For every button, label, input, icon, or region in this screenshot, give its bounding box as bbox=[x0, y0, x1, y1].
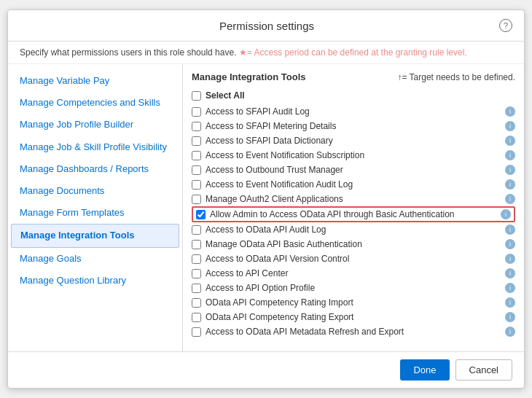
sfapi-dictionary-label: Access to SFAPI Data Dictionary bbox=[206, 136, 502, 146]
odata-basic-auth-manage-label: Manage OData API Basic Authentication bbox=[206, 239, 502, 249]
permission-item-odata-version-control: Access to OData API Version Control i bbox=[192, 251, 515, 266]
event-notification-audit-label: Access to Event Notification Audit Log bbox=[206, 179, 502, 190]
modal-header: Permission settings ? bbox=[8, 10, 524, 42]
target-note: ↑= Target needs to be defined. bbox=[397, 72, 515, 82]
oauth2-client-label: Manage OAuth2 Client Applications bbox=[206, 194, 502, 204]
sfapi-audit-log-checkbox[interactable] bbox=[192, 107, 201, 117]
event-notification-sub-info-icon[interactable]: i bbox=[505, 150, 515, 160]
odata-metadata-refresh-label: Access to OData API Metadata Refresh and… bbox=[206, 327, 502, 337]
content-area: Manage Variable Pay Manage Competencies … bbox=[8, 64, 524, 351]
permission-item-event-notification-sub: Access to Event Notification Subscriptio… bbox=[192, 148, 515, 163]
sidebar-item-integration-tools[interactable]: Manage Integration Tools bbox=[11, 224, 179, 247]
sidebar-item-question-library[interactable]: Manage Question Library bbox=[8, 270, 182, 292]
sfapi-metering-info-icon[interactable]: i bbox=[505, 121, 515, 131]
permission-list: Select All Access to SFAPI Audit Log i A… bbox=[192, 88, 515, 339]
odata-version-control-label: Access to OData API Version Control bbox=[206, 254, 502, 264]
odata-basic-auth-admin-checkbox[interactable] bbox=[196, 210, 206, 219]
permission-item-event-notification-audit: Access to Event Notification Audit Log i bbox=[192, 177, 515, 192]
odata-basic-auth-admin-label: Allow Admin to Access OData API through … bbox=[210, 209, 498, 219]
modal-title: Permission settings bbox=[34, 20, 499, 32]
select-all-checkbox[interactable] bbox=[192, 91, 201, 101]
sfapi-dictionary-checkbox[interactable] bbox=[192, 136, 201, 146]
odata-competency-export-info-icon[interactable]: i bbox=[505, 312, 515, 322]
sfapi-audit-log-info-icon[interactable]: i bbox=[505, 106, 515, 117]
odata-competency-import-info-icon[interactable]: i bbox=[505, 297, 515, 308]
sfapi-metering-label: Access to SFAPI Metering Details bbox=[206, 121, 502, 131]
sfapi-metering-checkbox[interactable] bbox=[192, 122, 201, 131]
sidebar-item-dashboards[interactable]: Manage Dashboards / Reports bbox=[8, 158, 182, 180]
sidebar-item-form-templates[interactable]: Manage Form Templates bbox=[8, 202, 182, 224]
api-option-profile-label: Access to API Option Profile bbox=[206, 283, 502, 293]
permission-item-sfapi-dictionary: Access to SFAPI Data Dictionary i bbox=[192, 133, 515, 148]
sidebar-item-documents[interactable]: Manage Documents bbox=[8, 180, 182, 202]
api-option-profile-info-icon[interactable]: i bbox=[505, 283, 515, 293]
api-center-info-icon[interactable]: i bbox=[505, 268, 515, 278]
outbound-trust-checkbox[interactable] bbox=[192, 165, 201, 175]
odata-version-control-checkbox[interactable] bbox=[192, 254, 201, 264]
permission-item-select-all: Select All bbox=[192, 88, 515, 103]
info-bar: Specify what permissions users in this r… bbox=[8, 42, 524, 64]
done-button[interactable]: Done bbox=[400, 359, 449, 381]
right-panel: Manage Integration Tools ↑= Target needs… bbox=[183, 64, 524, 351]
sfapi-dictionary-info-icon[interactable]: i bbox=[505, 136, 515, 146]
select-all-label: Select All bbox=[206, 90, 515, 101]
odata-basic-auth-manage-info-icon[interactable]: i bbox=[505, 239, 515, 249]
sidebar-item-job-skill[interactable]: Manage Job & Skill Profile Visibility bbox=[8, 136, 182, 158]
api-center-checkbox[interactable] bbox=[192, 269, 201, 278]
outbound-trust-info-icon[interactable]: i bbox=[505, 165, 515, 175]
odata-competency-export-checkbox[interactable] bbox=[192, 313, 201, 322]
permission-item-odata-competency-export: OData API Competency Rating Export i bbox=[192, 310, 515, 324]
api-option-profile-checkbox[interactable] bbox=[192, 284, 201, 293]
star-note: ★= Access period can be defined at the g… bbox=[239, 47, 467, 58]
modal-footer: Done Cancel bbox=[8, 351, 524, 388]
right-panel-header: Manage Integration Tools ↑= Target needs… bbox=[192, 71, 515, 82]
odata-audit-log-info-icon[interactable]: i bbox=[505, 225, 515, 235]
odata-competency-export-label: OData API Competency Rating Export bbox=[206, 312, 502, 322]
odata-metadata-refresh-info-icon[interactable]: i bbox=[505, 327, 515, 337]
permission-item-odata-basic-auth-manage: Manage OData API Basic Authentication i bbox=[192, 237, 515, 251]
api-center-label: Access to API Center bbox=[206, 268, 502, 278]
permission-item-oauth2-client: Manage OAuth2 Client Applications i bbox=[192, 192, 515, 206]
sidebar-item-competencies[interactable]: Manage Competencies and Skills bbox=[8, 92, 182, 114]
permission-item-odata-competency-import: OData API Competency Rating Import i bbox=[192, 295, 515, 310]
sidebar-item-goals[interactable]: Manage Goals bbox=[8, 248, 182, 270]
event-notification-audit-checkbox[interactable] bbox=[192, 180, 201, 190]
oauth2-client-info-icon[interactable]: i bbox=[505, 194, 515, 204]
odata-audit-log-checkbox[interactable] bbox=[192, 225, 201, 235]
event-notification-audit-info-icon[interactable]: i bbox=[505, 179, 515, 190]
permission-item-api-option-profile: Access to API Option Profile i bbox=[192, 281, 515, 295]
permission-item-api-center: Access to API Center i bbox=[192, 266, 515, 281]
outbound-trust-label: Access to Outbound Trust Manager bbox=[206, 165, 502, 175]
oauth2-client-checkbox[interactable] bbox=[192, 195, 201, 204]
event-notification-sub-label: Access to Event Notification Subscriptio… bbox=[206, 150, 502, 160]
odata-version-control-info-icon[interactable]: i bbox=[505, 254, 515, 264]
sfapi-audit-log-label: Access to SFAPI Audit Log bbox=[206, 106, 502, 117]
odata-competency-import-label: OData API Competency Rating Import bbox=[206, 297, 502, 308]
permission-item-sfapi-metering: Access to SFAPI Metering Details i bbox=[192, 119, 515, 133]
sidebar-item-job-profile[interactable]: Manage Job Profile Builder bbox=[8, 114, 182, 136]
right-panel-title: Manage Integration Tools bbox=[192, 71, 306, 82]
odata-metadata-refresh-checkbox[interactable] bbox=[192, 327, 201, 337]
odata-competency-import-checkbox[interactable] bbox=[192, 298, 201, 308]
permission-item-sfapi-audit-log: Access to SFAPI Audit Log i bbox=[192, 104, 515, 119]
permission-settings-modal: Permission settings ? Specify what permi… bbox=[7, 9, 525, 389]
help-icon[interactable]: ? bbox=[499, 19, 512, 32]
odata-basic-auth-manage-checkbox[interactable] bbox=[192, 240, 201, 249]
permission-item-odata-audit-log: Access to OData API Audit Log i bbox=[192, 222, 515, 237]
odata-audit-log-label: Access to OData API Audit Log bbox=[206, 225, 502, 235]
permission-item-odata-basic-auth-admin: Allow Admin to Access OData API through … bbox=[192, 206, 515, 222]
permission-item-outbound-trust: Access to Outbound Trust Manager i bbox=[192, 163, 515, 177]
modal-body: Specify what permissions users in this r… bbox=[8, 42, 524, 351]
odata-basic-auth-admin-info-icon[interactable]: i bbox=[501, 209, 511, 219]
sidebar-item-variable-pay[interactable]: Manage Variable Pay bbox=[8, 70, 182, 92]
left-panel: Manage Variable Pay Manage Competencies … bbox=[8, 64, 183, 351]
event-notification-sub-checkbox[interactable] bbox=[192, 151, 201, 160]
permission-item-odata-metadata-refresh: Access to OData API Metadata Refresh and… bbox=[192, 324, 515, 339]
cancel-button[interactable]: Cancel bbox=[455, 359, 512, 381]
info-text: Specify what permissions users in this r… bbox=[20, 47, 236, 58]
